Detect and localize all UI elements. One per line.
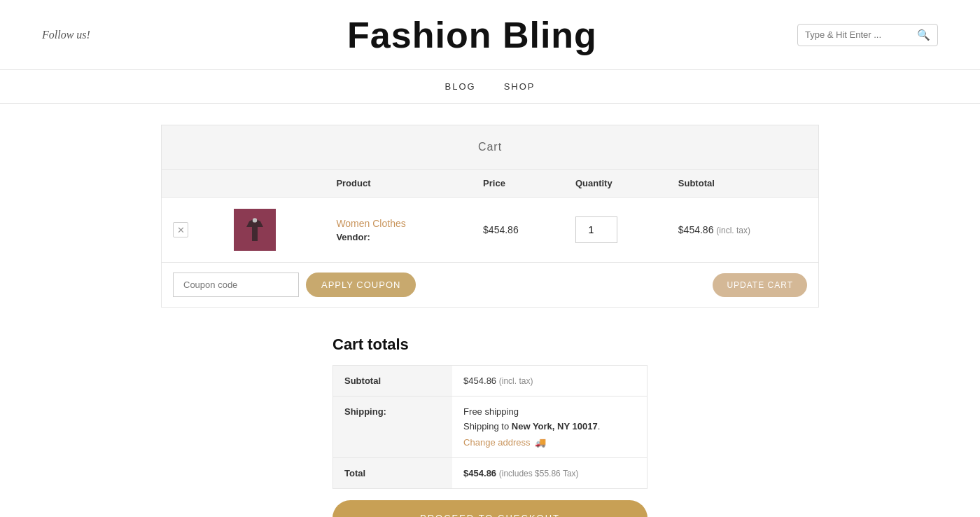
remove-cell: ✕ [162,198,223,263]
subtotal-row: Subtotal $454.86 (incl. tax) [333,366,648,397]
col-remove [162,170,223,198]
cart-totals-title: Cart totals [332,336,648,354]
cart-totals-section: Cart totals Subtotal $454.86 (incl. tax)… [332,336,648,517]
product-image-cell [223,198,326,263]
shipping-label: Shipping: [333,397,453,458]
search-icon[interactable]: 🔍 [917,29,930,41]
nav-item-blog[interactable]: BLOG [445,81,476,92]
product-thumb-svg [241,216,269,244]
col-product: Product [325,170,472,198]
follow-us-text: Follow us! [42,29,147,41]
subtotal-total-value: $454.86 [463,375,496,386]
product-quantity-cell [564,198,667,263]
nav-item-shop[interactable]: SHOP [504,81,536,92]
col-image [223,170,326,198]
col-price: Price [472,170,564,198]
shipping-to-text: Shipping to [463,421,512,432]
svg-point-1 [252,218,256,222]
truck-icon: 🚚 [535,437,546,448]
product-subtotal-cell: $454.86 (incl. tax) [667,198,819,263]
cart-table: Product Price Quantity Subtotal ✕ [161,169,819,263]
cart-item-row: ✕ Women Clothes Vendor: [162,198,819,263]
subtotal-note: (incl. tax) [716,226,750,235]
change-address-link[interactable]: Change address 🚚 [463,437,545,448]
header: Follow us! Fashion Bling 🔍 [0,0,980,70]
site-title: Fashion Bling [147,14,797,56]
subtotal-incl-tax: (incl. tax) [499,376,533,386]
product-thumbnail [234,209,276,251]
col-subtotal: Subtotal [667,170,819,198]
shipping-city: New York, NY 10017 [512,421,598,432]
subtotal-label: Subtotal [333,366,453,397]
main-content: Cart Product Price Quantity Subtotal ✕ [147,104,833,517]
col-quantity: Quantity [564,170,667,198]
proceed-to-checkout-button[interactable]: PROCEED TO CHECKOUT [332,500,648,517]
coupon-row: APPLY COUPON UPDATE CART [161,263,819,308]
cart-table-header-row: Product Price Quantity Subtotal [162,170,819,198]
shipping-method: Free shipping [463,406,636,417]
change-address-text[interactable]: Change address [463,437,530,448]
cart-totals-table: Subtotal $454.86 (incl. tax) Shipping: F… [332,365,648,489]
product-price-cell: $454.86 [472,198,564,263]
shipping-row: Shipping: Free shipping Shipping to New … [333,397,648,458]
subtotal-value-cell: $454.86 (incl. tax) [452,366,647,397]
shipping-address: Shipping to New York, NY 10017. [463,421,636,432]
coupon-left: APPLY COUPON [173,273,416,297]
product-name-link[interactable]: Women Clothes [336,218,461,229]
vendor-label: Vendor: [336,232,461,242]
search-input[interactable] [805,29,917,40]
remove-item-button[interactable]: ✕ [173,222,188,237]
total-tax-note: (includes $55.86 Tax) [499,469,579,478]
coupon-input[interactable] [173,273,299,297]
search-box[interactable]: 🔍 [797,24,938,46]
cart-heading: Cart [161,125,819,169]
apply-coupon-button[interactable]: APPLY COUPON [306,273,416,297]
shipping-details-cell: Free shipping Shipping to New York, NY 1… [452,397,647,458]
main-nav: BLOG SHOP [0,70,980,104]
subtotal-value: $454.86 [678,224,714,235]
total-value: $454.86 [463,468,496,478]
total-label: Total [333,458,453,489]
total-value-cell: $454.86 (includes $55.86 Tax) [452,458,647,489]
quantity-input[interactable] [575,216,617,243]
total-row: Total $454.86 (includes $55.86 Tax) [333,458,648,489]
update-cart-button[interactable]: UPDATE CART [713,273,807,297]
product-name-cell: Women Clothes Vendor: [325,198,472,263]
shipping-period: . [598,421,601,432]
